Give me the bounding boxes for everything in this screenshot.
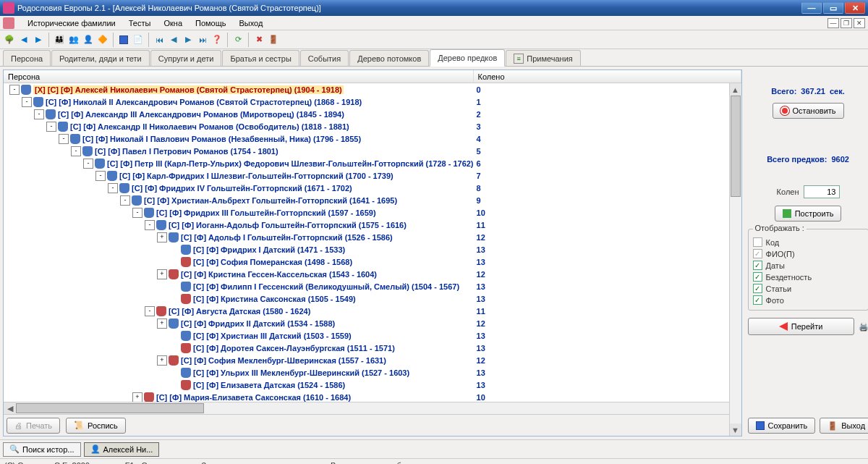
tree-toggle[interactable]: -: [145, 306, 155, 316]
menu-item[interactable]: Выход: [239, 19, 263, 28]
tree-toggle[interactable]: -: [83, 159, 93, 169]
help-icon[interactable]: ❓: [210, 33, 224, 46]
build-button[interactable]: Построить: [775, 206, 842, 222]
tree-toggle[interactable]: -: [22, 97, 32, 107]
back-icon[interactable]: ◀: [17, 33, 30, 46]
tree-row[interactable]: -[С] [Ф] Иоганн-Адольф Гольштейн-Готторп…: [4, 219, 741, 231]
checkbox-row[interactable]: ✓Бездетность: [753, 272, 864, 282]
cancel-icon[interactable]: ✖: [252, 33, 265, 46]
family-icon[interactable]: 👪: [53, 33, 66, 46]
tree-row[interactable]: +[С] [Ф] Кристина Гессен-Кассельская (15…: [4, 268, 741, 280]
tree-toggle[interactable]: -: [59, 134, 69, 144]
close-button[interactable]: ✕: [845, 2, 865, 14]
tree-toggle[interactable]: -: [46, 122, 56, 132]
tree-row[interactable]: -[С] [Ф] Александр II Николаевич Романов…: [4, 120, 741, 132]
refresh-icon[interactable]: ⟳: [231, 33, 244, 46]
stop-button[interactable]: Остановить: [773, 103, 844, 119]
tab[interactable]: Персона: [3, 50, 51, 66]
checkbox[interactable]: ✓: [753, 295, 762, 305]
first-icon[interactable]: ⏮: [153, 33, 166, 46]
goto-button[interactable]: Перейти: [748, 318, 854, 335]
tree-toggle[interactable]: -: [9, 85, 20, 95]
tree-row[interactable]: -[С] [Ф] Фридрих III Гольштейн-Готторпск…: [4, 206, 741, 219]
tree-toggle[interactable]: -: [34, 109, 44, 119]
tree-toggle[interactable]: -: [132, 208, 142, 218]
checkbox[interactable]: ✓: [753, 261, 762, 270]
tree-row[interactable]: -[С] [Ф] Петр III (Карл-Петр-Ульрих) Фед…: [4, 157, 741, 169]
checkbox[interactable]: ✓: [753, 284, 762, 293]
tree-row[interactable]: [С] [Ф] Елизавета Датская (1524 - 1586)1…: [4, 379, 741, 391]
header-persona[interactable]: Персона: [4, 70, 474, 83]
tree-toggle[interactable]: +: [132, 392, 142, 402]
tree-toggle[interactable]: -: [71, 146, 81, 156]
tab[interactable]: Дерево потомков: [349, 50, 429, 66]
kolen-input[interactable]: [804, 185, 840, 198]
checkbox-row[interactable]: ✓Статьи: [753, 284, 864, 293]
checkbox-row[interactable]: ✓Даты: [753, 261, 864, 270]
tree-row[interactable]: [С] [Ф] София Померанская (1498 - 1568)1…: [4, 256, 741, 268]
checkbox-row[interactable]: ✓Фото: [753, 295, 864, 305]
tree-row[interactable]: [С] [Ф] Доротея Саксен-Лауэнбургская (15…: [4, 342, 741, 354]
header-koleno[interactable]: Колено: [474, 70, 741, 83]
tree-row[interactable]: [С] [Ф] Ульрих III Мекленбург-Шверинский…: [4, 366, 741, 379]
taskbar-search[interactable]: 🔍 Поиск истор...: [3, 442, 81, 457]
print-button[interactable]: 🖨 Печать: [7, 418, 60, 434]
tree-row[interactable]: -[С] [Ф] Карл-Фридрих I Шлезвиг-Гольштей…: [4, 169, 741, 182]
diagram-icon[interactable]: 🔶: [96, 33, 109, 46]
tab[interactable]: Родители, дяди и тети: [51, 50, 150, 66]
tree-icon[interactable]: 🌳: [3, 33, 16, 46]
last-icon[interactable]: ⏭: [196, 33, 209, 46]
app-menu-icon[interactable]: [3, 17, 14, 29]
horizontal-scrollbar[interactable]: ◀▶: [4, 402, 741, 414]
tree-row[interactable]: -[С] [Ф] Николай II Александрович Романо…: [4, 96, 741, 108]
prev-icon[interactable]: ◀: [167, 33, 180, 46]
mdi-minimize-button[interactable]: —: [827, 18, 839, 28]
tab[interactable]: Дерево предков: [430, 49, 505, 67]
tree-row[interactable]: -[С] [Ф] Августа Датская (1580 - 1624)11: [4, 305, 741, 317]
people-icon[interactable]: 👥: [67, 33, 80, 46]
tab[interactable]: ≡Примечания: [506, 50, 581, 66]
tree-row[interactable]: [С] [Ф] Фридрих I Датский (1471 - 1533)1…: [4, 243, 741, 256]
tree-toggle[interactable]: -: [120, 195, 130, 206]
tree-row[interactable]: -[С] [Ф] Александр III Александрович Ром…: [4, 108, 741, 120]
forward-icon[interactable]: ▶: [32, 33, 45, 46]
menu-item[interactable]: Окна: [163, 19, 182, 28]
tree-row[interactable]: -[С] [Ф] Павел I Петрович Романов (1754 …: [4, 145, 741, 157]
tree-row[interactable]: [С] [Ф] Кристина Саксонская (1505 - 1549…: [4, 292, 741, 305]
rospis-button[interactable]: 📜 Роспись: [66, 418, 126, 434]
tree-body[interactable]: -[X] [С] [Ф] Алексей Николаевич Романов …: [4, 83, 741, 402]
person-icon[interactable]: 👤: [82, 33, 95, 46]
document-icon[interactable]: 📄: [132, 33, 145, 46]
tree-row[interactable]: +[С] [Ф] Адольф I Гольштейн-Готторпский …: [4, 231, 741, 243]
checkbox[interactable]: ✓: [753, 272, 762, 282]
exit-icon[interactable]: 🚪: [267, 33, 280, 46]
tree-toggle[interactable]: +: [157, 319, 167, 329]
tree-row[interactable]: -[С] [Ф] Христиан-Альбрехт Гольштейн-Гот…: [4, 194, 741, 206]
taskbar-person[interactable]: 👤 Алексей Ни...: [84, 442, 160, 457]
tab[interactable]: События: [300, 50, 349, 66]
tree-row[interactable]: -[X] [С] [Ф] Алексей Николаевич Романов …: [4, 83, 741, 96]
tree-toggle[interactable]: +: [157, 355, 167, 366]
next-icon[interactable]: ▶: [182, 33, 195, 46]
tree-row[interactable]: +[С] [Ф] Мария-Елизавета Саксонская (161…: [4, 391, 741, 402]
vertical-scrollbar[interactable]: ▲▼: [729, 83, 741, 436]
tab[interactable]: Братья и сестры: [222, 50, 299, 66]
tree-row[interactable]: -[С] [Ф] Николай I Павлович Романов (Нез…: [4, 132, 741, 145]
menu-item[interactable]: Помощь: [195, 19, 226, 28]
exit-button[interactable]: 🚪Выход: [820, 418, 868, 434]
tree-row[interactable]: +[С] [Ф] София Мекленбург-Шверинская (15…: [4, 354, 741, 366]
tree-row[interactable]: +[С] [Ф] Фридрих II Датский (1534 - 1588…: [4, 317, 741, 329]
save-icon[interactable]: [117, 33, 130, 46]
menu-item[interactable]: Тесты: [129, 19, 151, 28]
tree-toggle[interactable]: +: [157, 232, 167, 242]
tree-toggle[interactable]: -: [145, 220, 155, 230]
mdi-restore-button[interactable]: ❐: [841, 18, 852, 28]
tree-row[interactable]: -[С] [Ф] Фридрих IV Гольштейн-Готторпски…: [4, 182, 741, 194]
maximize-button[interactable]: ▭: [823, 2, 843, 14]
tree-toggle[interactable]: -: [108, 183, 118, 193]
tab[interactable]: Супруги и дети: [150, 50, 222, 66]
print-icon[interactable]: 🖨️: [859, 322, 868, 332]
tree-row[interactable]: [С] [Ф] Христиан III Датский (1503 - 155…: [4, 329, 741, 342]
tree-row[interactable]: [С] [Ф] Филипп I Гессенский (Великодушны…: [4, 280, 741, 292]
tree-toggle[interactable]: -: [95, 171, 106, 181]
